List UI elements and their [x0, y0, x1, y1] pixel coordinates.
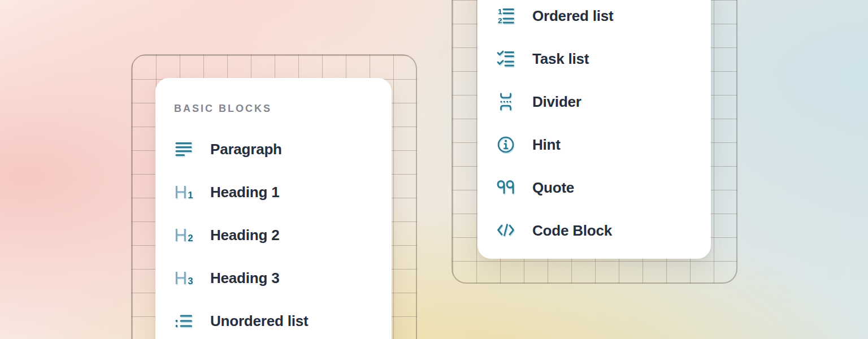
menu-item-ordered-list[interactable]: 12Ordered list [478, 0, 711, 37]
more-blocks-list: 12Ordered listTask listDividerHintQuoteC… [478, 0, 711, 252]
menu-item-label: Heading 2 [210, 228, 279, 242]
menu-item-divider[interactable]: Divider [478, 80, 711, 123]
code-block-icon [496, 221, 515, 240]
ordered-list-icon: 12 [496, 6, 515, 25]
basic-blocks-menu: BASIC BLOCKS ParagraphH1Heading 1H2Headi… [155, 78, 392, 339]
divider-icon [496, 92, 515, 111]
menu-item-paragraph[interactable]: Paragraph [155, 128, 392, 171]
gradient-background [0, 0, 868, 339]
svg-text:1: 1 [498, 7, 502, 16]
heading-1-icon: H1 [174, 182, 193, 202]
basic-blocks-heading: BASIC BLOCKS [174, 103, 392, 114]
menu-item-label: Ordered list [532, 8, 614, 23]
block-menu-illustration: BASIC BLOCKS ParagraphH1Heading 1H2Headi… [0, 0, 868, 339]
menu-item-task-list[interactable]: Task list [478, 37, 711, 80]
menu-item-label: Code Block [532, 223, 612, 238]
menu-item-hint[interactable]: Hint [478, 123, 711, 166]
more-blocks-menu: 12Ordered listTask listDividerHintQuoteC… [478, 0, 711, 259]
menu-item-label: Heading 1 [210, 185, 279, 199]
svg-text:2: 2 [498, 16, 502, 25]
paragraph-icon [174, 140, 193, 159]
hint-icon [496, 135, 515, 154]
menu-item-label: Hint [532, 137, 561, 152]
heading-3-icon: H3 [174, 268, 193, 288]
quote-icon [496, 178, 515, 197]
menu-item-label: Quote [532, 180, 574, 195]
menu-item-label: Paragraph [210, 142, 282, 157]
unordered-list-icon [174, 311, 193, 331]
heading-2-icon: H2 [174, 225, 193, 245]
menu-item-unordered-list[interactable]: Unordered list [155, 299, 392, 339]
menu-item-heading-1[interactable]: H1Heading 1 [155, 171, 392, 214]
menu-item-code-block[interactable]: Code Block [478, 209, 711, 252]
menu-item-heading-2[interactable]: H2Heading 2 [155, 214, 392, 257]
menu-item-quote[interactable]: Quote [478, 166, 711, 209]
menu-item-label: Divider [532, 94, 581, 109]
menu-item-heading-3[interactable]: H3Heading 3 [155, 257, 392, 299]
menu-item-label: Heading 3 [210, 271, 279, 285]
menu-item-label: Task list [532, 51, 589, 66]
task-list-icon [496, 49, 515, 68]
basic-blocks-list: ParagraphH1Heading 1H2Heading 2H3Heading… [155, 128, 392, 339]
menu-item-label: Unordered list [210, 314, 308, 328]
